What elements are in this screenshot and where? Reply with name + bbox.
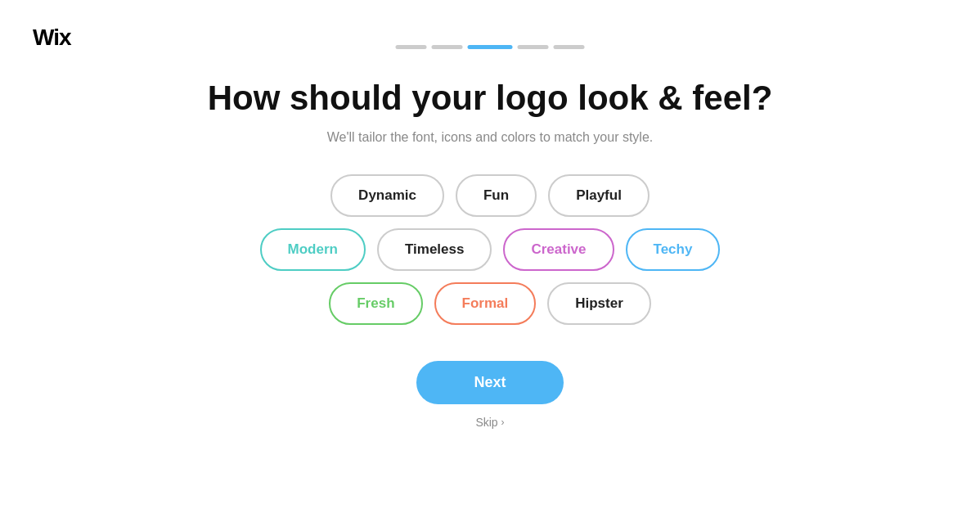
progress-segment-2 — [432, 45, 463, 49]
progress-segment-5 — [554, 45, 585, 49]
progress-segment-3 — [468, 45, 513, 49]
options-row-1: Dynamic Fun Playful — [330, 174, 650, 217]
option-dynamic[interactable]: Dynamic — [330, 174, 444, 217]
option-techy[interactable]: Techy — [626, 228, 721, 271]
page-title: How should your logo look & feel? — [208, 78, 773, 119]
option-fresh[interactable]: Fresh — [329, 282, 422, 325]
skip-link[interactable]: Skip › — [475, 416, 504, 429]
style-options-container: Dynamic Fun Playful Modern Timeless Crea… — [260, 174, 721, 325]
option-modern[interactable]: Modern — [260, 228, 366, 271]
option-playful[interactable]: Playful — [548, 174, 650, 217]
progress-segment-4 — [518, 45, 549, 49]
options-row-3: Fresh Formal Hipster — [329, 282, 651, 325]
bottom-section: Next Skip › — [416, 361, 563, 429]
skip-chevron-icon: › — [501, 417, 505, 428]
options-row-2: Modern Timeless Creative Techy — [260, 228, 721, 271]
option-timeless[interactable]: Timeless — [377, 228, 492, 271]
option-creative[interactable]: Creative — [503, 228, 614, 271]
main-content: How should your logo look & feel? We'll … — [0, 0, 980, 429]
skip-label: Skip — [475, 416, 497, 429]
page-subtitle: We'll tailor the font, icons and colors … — [327, 130, 654, 145]
option-formal[interactable]: Formal — [434, 282, 537, 325]
option-fun[interactable]: Fun — [456, 174, 537, 217]
progress-bar — [396, 45, 585, 49]
option-hipster[interactable]: Hipster — [547, 282, 651, 325]
next-button[interactable]: Next — [416, 361, 563, 404]
progress-segment-1 — [396, 45, 427, 49]
wix-logo: Wix — [33, 25, 71, 51]
